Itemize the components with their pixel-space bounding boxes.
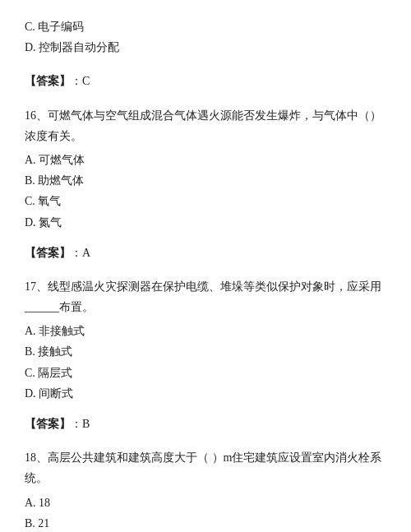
question-17-text: 17、线型感温火灾探测器在保护电缆、堆垛等类似保护对象时，应采用______布置… (25, 276, 386, 317)
q17-option-c: C. 隔层式 (25, 363, 386, 383)
question-17: 17、线型感温火灾探测器在保护电缆、堆垛等类似保护对象时，应采用______布置… (25, 276, 386, 404)
question-16: 16、可燃气体与空气组成混合气体遇火源能否发生爆炸，与气体中（）浓度有关。 A.… (25, 105, 386, 233)
q17-option-a: A. 非接触式 (25, 321, 386, 341)
answer-16-separator: ： (71, 247, 82, 259)
top-answer-prefix: 【答案】 (25, 75, 71, 87)
q16-option-d: D. 氮气 (25, 212, 386, 233)
q18-option-a: A. 18 (25, 493, 386, 513)
top-option-c: C. 电子编码 (25, 16, 386, 37)
question-16-text: 16、可燃气体与空气组成混合气体遇火源能否发生爆炸，与气体中（）浓度有关。 (25, 105, 386, 146)
top-option-d: D. 控制器自动分配 (25, 37, 386, 58)
top-answer-separator: ： (71, 75, 82, 87)
q16-option-b: B. 助燃气体 (25, 170, 386, 191)
q17-option-d: D. 间断式 (25, 383, 386, 404)
answer-16-value: A (82, 247, 90, 259)
q18-option-b: B. 21 (25, 513, 386, 532)
answer-17-prefix: 【答案】 (25, 418, 71, 430)
top-options-block: C. 电子编码 D. 控制器自动分配 (25, 16, 386, 58)
q16-option-a: A. 可燃气体 (25, 150, 386, 170)
answer-17-value: B (82, 418, 90, 430)
answer-17-separator: ： (71, 418, 82, 430)
answer-16-block: 【答案】：A (25, 243, 386, 263)
question-18-text: 18、高层公共建筑和建筑高度大于（ ）m住宅建筑应设置室内消火栓系统。 (25, 447, 386, 488)
answer-16-prefix: 【答案】 (25, 247, 71, 259)
question-18: 18、高层公共建筑和建筑高度大于（ ）m住宅建筑应设置室内消火栓系统。 A. 1… (25, 447, 386, 532)
q16-option-c: C. 氧气 (25, 191, 386, 211)
answer-17-block: 【答案】：B (25, 414, 386, 434)
q17-option-b: B. 接触式 (25, 341, 386, 362)
top-answer-block: 【答案】：C (25, 71, 386, 91)
top-answer-value: C (82, 75, 90, 87)
